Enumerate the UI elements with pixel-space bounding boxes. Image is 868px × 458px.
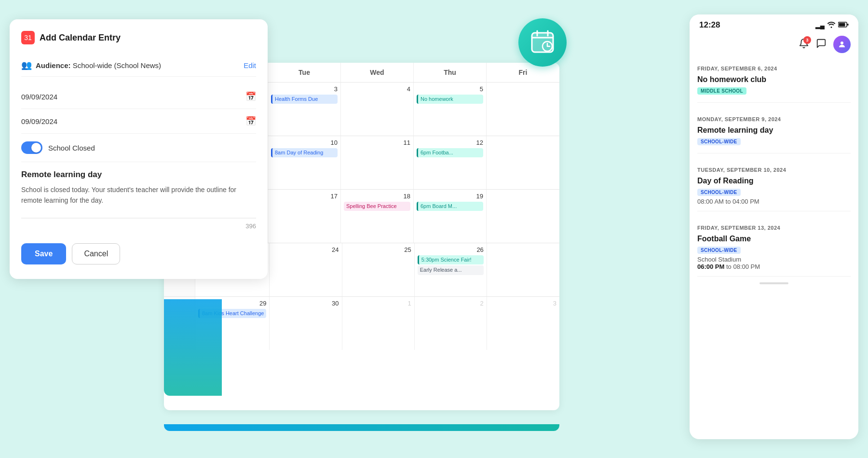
date-header-mon-sep9: MONDAY, SEPTEMBER 9, 2024 xyxy=(697,109,851,126)
cancel-button[interactable]: Cancel xyxy=(72,243,120,264)
battery-icon xyxy=(838,22,849,29)
calendar-icon-end[interactable]: 📅 xyxy=(245,116,256,126)
day-num: 1 xyxy=(345,300,411,307)
modal-header: 31 Add Calendar Entry xyxy=(21,31,256,44)
day-num: 26 xyxy=(418,246,484,253)
day-num: 17 xyxy=(271,193,338,200)
football-event[interactable]: 6pm Footba... xyxy=(417,148,483,157)
calendar-icon: 31 xyxy=(21,31,35,44)
app-icon-svg xyxy=(529,29,556,56)
event-card-day-of-reading: Day of Reading SCHOOL-WIDE 08:00 AM to 0… xyxy=(697,177,851,211)
event-title-section: Remote learning day School is closed tod… xyxy=(21,162,256,218)
char-count: 396 xyxy=(21,218,256,234)
status-bar: 12:28 ▂▄ xyxy=(690,14,858,34)
event-time: 06:00 PM to 08:00 PM xyxy=(697,263,851,270)
day-num: 4 xyxy=(344,85,410,93)
day-sep13[interactable] xyxy=(487,136,559,189)
day-sep6[interactable] xyxy=(487,83,559,136)
week-5: 29 8am Kids Heart Challenge 30 1 2 3 xyxy=(164,297,559,350)
day-sep20[interactable] xyxy=(487,190,559,243)
early-release-event[interactable]: Early Release a... xyxy=(418,265,484,275)
notification-bell[interactable]: 3 xyxy=(799,38,809,51)
svg-point-11 xyxy=(841,42,843,44)
audience-label: Audience: School-wide (School News) xyxy=(36,61,161,69)
date-header-fri-sep13: FRIDAY, SEPTEMBER 13, 2024 xyxy=(697,217,851,235)
day-num: 10 xyxy=(271,139,338,146)
health-forms-event[interactable]: Health Forms Due xyxy=(271,95,338,104)
svg-rect-9 xyxy=(839,23,845,26)
user-avatar[interactable] xyxy=(833,36,851,53)
school-closed-toggle[interactable] xyxy=(21,141,42,154)
col-thu: Thu xyxy=(414,63,487,82)
day-sep30[interactable]: 30 xyxy=(270,297,342,350)
board-meeting-event[interactable]: 6pm Board M... xyxy=(417,202,483,211)
school-closed-label: School Closed xyxy=(48,144,95,152)
audience-icon: 👥 xyxy=(21,60,32,70)
calendar-icon-start[interactable]: 📅 xyxy=(245,91,256,102)
col-tue: Tue xyxy=(268,63,341,82)
day-num: 12 xyxy=(417,139,483,146)
event-card-title[interactable]: Day of Reading xyxy=(697,177,851,185)
day-sep3[interactable]: 3 Health Forms Due xyxy=(268,83,341,136)
day-sep18[interactable]: 18 Spelling Bee Practice xyxy=(341,190,414,243)
day-sep24[interactable]: 24 xyxy=(270,243,342,296)
day-oct2[interactable]: 2 xyxy=(415,297,487,350)
day-oct3[interactable]: 3 xyxy=(487,297,559,350)
day-num: 18 xyxy=(344,193,410,200)
save-button[interactable]: Save xyxy=(21,243,66,264)
status-time: 12:28 xyxy=(699,20,720,30)
day-sep26[interactable]: 26 5:30pm Science Fair! Early Release a.… xyxy=(415,243,487,296)
day-oct1[interactable]: 1 xyxy=(342,297,415,350)
modal-actions: Save Cancel xyxy=(21,243,256,264)
day-sep10[interactable]: 10 8am Day of Reading xyxy=(268,136,341,189)
svg-rect-10 xyxy=(847,24,849,26)
date-header-tue-sep10: TUESDAY, SEPTEMBER 10, 2024 xyxy=(697,159,851,177)
toggle-thumb xyxy=(31,143,41,153)
event-title[interactable]: Remote learning day xyxy=(21,170,256,180)
day-num: 30 xyxy=(272,300,339,307)
wifi-icon xyxy=(827,21,835,29)
event-card-title[interactable]: Remote learning day xyxy=(697,126,851,135)
audience-value: School-wide (School News) xyxy=(73,61,161,69)
signal-icon: ▂▄ xyxy=(815,22,825,29)
end-date: 09/09/2024 xyxy=(21,117,57,125)
add-calendar-modal: 31 Add Calendar Entry 👥 Audience: School… xyxy=(10,19,268,279)
day-num: 3 xyxy=(490,300,556,307)
messages-icon[interactable] xyxy=(816,38,827,51)
school-wide-tag: SCHOOL-WIDE xyxy=(697,189,741,196)
event-time: 08:00 AM to 04:00 PM xyxy=(697,198,851,205)
event-card-title[interactable]: No homework club xyxy=(697,75,851,84)
event-description[interactable]: School is closed today. Your student's t… xyxy=(21,184,256,206)
event-start-time: 06:00 PM xyxy=(697,263,724,270)
day-sep17[interactable]: 17 xyxy=(268,190,341,243)
date-row-2: 09/09/2024 📅 xyxy=(21,109,256,134)
right-panel: 12:28 ▂▄ 3 FRIDAY, SEPTEMBER 6, 2024 No … xyxy=(690,14,858,439)
event-card-no-homework: No homework club MIDDLE SCHOOL xyxy=(697,75,851,103)
spelling-bee-event[interactable]: Spelling Bee Practice xyxy=(344,202,410,211)
day-sep19[interactable]: 19 6pm Board M... xyxy=(414,190,487,243)
teal-side-accent xyxy=(164,299,222,396)
day-sep4[interactable]: 4 xyxy=(341,83,414,136)
no-homework-event[interactable]: No homework xyxy=(417,95,483,104)
day-num: 5 xyxy=(417,85,483,93)
date-header-fri-sep6: FRIDAY, SEPTEMBER 6, 2024 xyxy=(697,58,851,75)
day-sep11[interactable]: 11 xyxy=(341,136,414,189)
school-wide-tag: SCHOOL-WIDE xyxy=(697,138,741,145)
day-sep5[interactable]: 5 No homework xyxy=(414,83,487,136)
science-fair-event[interactable]: 5:30pm Science Fair! xyxy=(418,255,484,264)
modal-title: Add Calendar Entry xyxy=(40,33,121,43)
col-wed: Wed xyxy=(341,63,414,82)
app-icon[interactable] xyxy=(518,18,567,67)
event-card-remote-learning: Remote learning day SCHOOL-WIDE xyxy=(697,126,851,153)
day-sep27[interactable] xyxy=(487,243,559,296)
teal-bottom-bar xyxy=(164,424,559,431)
event-time-text: 08:00 AM to 04:00 PM xyxy=(697,198,760,205)
day-sep25[interactable]: 25 xyxy=(342,243,415,296)
event-card-football: Football Game SCHOOL-WIDE School Stadium… xyxy=(697,235,851,277)
edit-link[interactable]: Edit xyxy=(244,61,256,69)
day-num: 3 xyxy=(271,85,338,93)
day-of-reading-event[interactable]: 8am Day of Reading xyxy=(271,148,338,157)
audience-row: 👥 Audience: School-wide (School News) Ed… xyxy=(21,54,256,77)
event-card-title[interactable]: Football Game xyxy=(697,235,851,243)
day-sep12[interactable]: 12 6pm Footba... xyxy=(414,136,487,189)
